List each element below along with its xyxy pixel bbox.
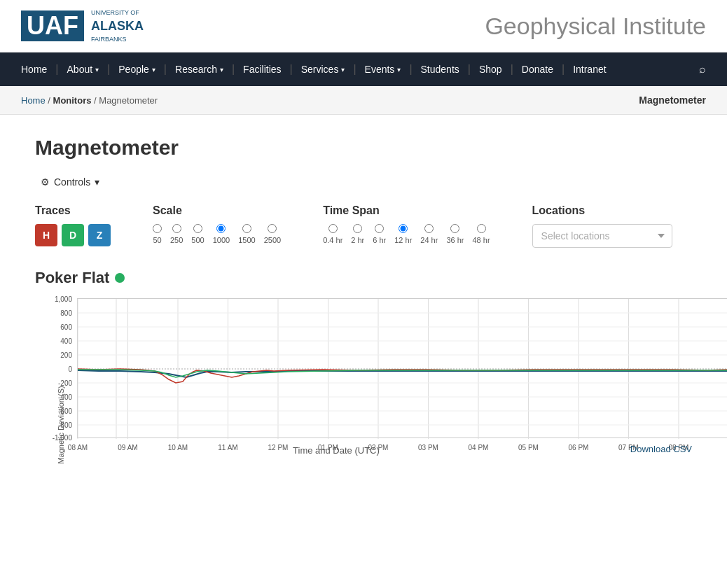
ts-36hr-option: 36 hr: [446, 224, 464, 244]
trace-d-button[interactable]: D: [62, 224, 84, 246]
nav-donate[interactable]: Donate: [515, 52, 560, 86]
trace-z-button[interactable]: Z: [88, 224, 111, 246]
ts-48hr-label: 48 hr: [472, 236, 490, 244]
ts-24hr-option: 24 hr: [420, 224, 438, 244]
ts-04hr-label: 0.4 hr: [323, 236, 342, 244]
scale-50-radio[interactable]: [153, 224, 162, 233]
timespan-label: Time Span: [323, 204, 490, 217]
station-name: Poker Flat: [35, 269, 109, 287]
ts-36hr-radio[interactable]: [450, 224, 459, 233]
scale-50-option: 50: [153, 224, 162, 244]
ts-2hr-label: 2 hr: [351, 236, 364, 244]
nav-divider-6: |: [352, 63, 357, 76]
main-nav: Home | About ▾ | People ▾ | Research ▾ |…: [0, 52, 727, 86]
scale-label: Scale: [153, 204, 281, 217]
d-trace-line: [78, 370, 727, 377]
svg-text:800: 800: [60, 309, 72, 317]
nav-about[interactable]: About ▾: [60, 52, 106, 86]
about-chevron: ▾: [95, 66, 99, 74]
people-chevron: ▾: [152, 66, 155, 74]
nav-divider-2: |: [106, 63, 111, 76]
scale-1500-label: 1500: [238, 236, 255, 244]
magnetometer-chart: Magnetic Deviation (S): [77, 298, 727, 438]
nav-divider-5: |: [289, 63, 294, 76]
nav-services[interactable]: Services ▾: [294, 52, 352, 86]
services-chevron: ▾: [341, 66, 345, 74]
controls-toggle-button[interactable]: ⚙ Controls ▾: [35, 174, 105, 190]
nav-home[interactable]: Home: [14, 52, 54, 86]
ts-2hr-radio[interactable]: [353, 224, 362, 233]
ts-04hr-option: 0.4 hr: [323, 224, 342, 244]
chart-container: Magnetic Deviation (S): [42, 298, 692, 456]
scale-250-radio[interactable]: [172, 224, 181, 233]
svg-text:-1,000: -1,000: [53, 434, 73, 442]
page-title-right: Magnetometer: [639, 94, 706, 106]
logo-line2: Alaska: [91, 19, 144, 33]
scale-500-option: 500: [191, 224, 204, 244]
download-csv-link[interactable]: Download CSV: [630, 444, 692, 456]
svg-text:-800: -800: [58, 421, 72, 429]
site-header: UAF University of Alaska Fairbanks Geoph…: [0, 0, 727, 52]
nav-divider-1: |: [54, 63, 60, 76]
svg-text:200: 200: [60, 351, 72, 359]
scale-1500-option: 1500: [238, 224, 255, 244]
nav-facilities[interactable]: Facilities: [236, 52, 288, 86]
logo-line3: Fairbanks: [91, 35, 144, 44]
logo-line1: University of: [91, 8, 144, 18]
chart-svg-wrapper: Magnetic Deviation (S): [77, 298, 692, 441]
ts-2hr-option: 2 hr: [351, 224, 364, 244]
nav-shop[interactable]: Shop: [472, 52, 509, 86]
nav-events[interactable]: Events ▾: [358, 52, 408, 86]
scale-radio-group: 50 250 500 1000 1500: [153, 224, 281, 244]
logo-area: UAF University of Alaska Fairbanks: [21, 8, 144, 43]
nav-divider-10: |: [560, 63, 566, 76]
nav-divider-8: |: [466, 63, 472, 76]
controls-label: Controls: [54, 176, 90, 188]
timespan-group: Time Span 0.4 hr 2 hr 6 hr 12 hr: [323, 204, 490, 244]
trace-h-button[interactable]: H: [35, 224, 57, 246]
nav-intranet[interactable]: Intranet: [566, 52, 613, 86]
z-trace-line: [78, 370, 727, 377]
breadcrumb-home[interactable]: Home: [21, 95, 46, 106]
ts-6hr-radio[interactable]: [375, 224, 384, 233]
nav-people[interactable]: People ▾: [111, 52, 162, 86]
controls-chevron: ▾: [95, 176, 99, 188]
scale-2500-label: 2500: [264, 236, 281, 244]
scale-1000-label: 1000: [213, 236, 230, 244]
svg-text:-600: -600: [58, 407, 72, 415]
nav-research[interactable]: Research ▾: [168, 52, 230, 86]
ts-12hr-radio[interactable]: [399, 224, 408, 233]
logo-text: University of Alaska Fairbanks: [91, 8, 144, 43]
svg-text:1,000: 1,000: [55, 295, 72, 303]
breadcrumb-sep1: /: [48, 95, 53, 106]
breadcrumb-bar: Home / Monitors / Magnetometer Magnetome…: [0, 86, 727, 115]
controls-icon: ⚙: [41, 176, 50, 188]
traces-buttons: H D Z: [35, 224, 111, 246]
scale-1500-radio[interactable]: [242, 224, 251, 233]
nav-divider-7: |: [408, 63, 413, 76]
svg-text:600: 600: [60, 323, 72, 331]
station-heading: Poker Flat: [35, 269, 692, 287]
scale-1000-radio[interactable]: [216, 224, 226, 233]
locations-label: Locations: [532, 204, 672, 217]
ts-24hr-radio[interactable]: [424, 224, 434, 233]
breadcrumb-current: Magnetometer: [99, 95, 158, 106]
nav-students[interactable]: Students: [414, 52, 466, 86]
breadcrumb-monitors[interactable]: Monitors: [53, 95, 92, 106]
locations-group: Locations Select locations: [532, 204, 672, 248]
breadcrumb: Home / Monitors / Magnetometer: [21, 95, 158, 106]
locations-select[interactable]: Select locations: [532, 224, 672, 248]
scale-2500-radio[interactable]: [268, 224, 277, 233]
events-chevron: ▾: [397, 66, 401, 74]
main-content: Magnetometer ⚙ Controls ▾ Traces H D Z S…: [0, 115, 727, 484]
ts-04hr-radio[interactable]: [328, 224, 338, 233]
logo-letters: UAF: [27, 11, 78, 40]
station-status-dot: [115, 273, 125, 283]
scale-500-radio[interactable]: [193, 224, 202, 233]
controls-panel: Traces H D Z Scale 50 250: [35, 204, 692, 248]
search-icon[interactable]: ⌕: [692, 53, 713, 85]
ts-48hr-option: 48 hr: [472, 224, 490, 244]
nav-divider-3: |: [162, 63, 168, 76]
nav-divider-4: |: [230, 63, 236, 76]
ts-48hr-radio[interactable]: [477, 224, 486, 233]
